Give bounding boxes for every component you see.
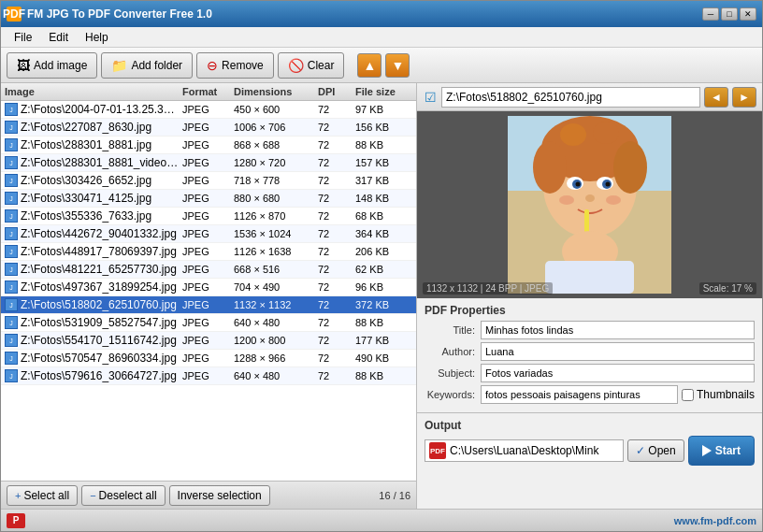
table-row[interactable]: J Z:\Fotos\481221_65257730.jpg JPEG 668 … <box>1 261 416 279</box>
thumbnails-label[interactable]: Thumbnails <box>682 388 755 401</box>
table-row[interactable]: J Z:\Fotos\497367_31899254.jpg JPEG 704 … <box>1 279 416 296</box>
right-panel: ☑ Z:\Fotos\518802_62510760.jpg ◄ ► <box>417 83 762 509</box>
table-row[interactable]: J Z:\Fotos\579616_30664727.jpg JPEG 640 … <box>1 367 416 385</box>
output-title: Output <box>425 419 755 432</box>
file-name: Z:\Fotos\227087_8630.jpg <box>21 121 151 134</box>
menu-help[interactable]: Help <box>78 29 116 46</box>
file-dims: 1288 × 966 <box>232 352 316 364</box>
svg-point-18 <box>559 195 574 205</box>
file-format: JPEG <box>180 228 232 239</box>
preview-info: 1132 x 1132 | 24 BPP | JPEG Scale: 17 % <box>423 282 756 295</box>
file-dims: 640 × 480 <box>232 370 316 381</box>
file-format: JPEG <box>180 352 232 364</box>
subject-input[interactable] <box>481 364 755 382</box>
next-image-button[interactable]: ► <box>732 87 756 108</box>
play-icon <box>702 445 712 456</box>
file-icon: J <box>5 369 18 382</box>
menu-edit[interactable]: Edit <box>41 29 76 46</box>
table-row[interactable]: J Z:\Fotos\570547_86960334.jpg JPEG 1288… <box>1 350 416 367</box>
file-size: 177 KB <box>353 335 414 346</box>
col-format: Format <box>180 86 232 97</box>
file-icon: J <box>5 103 18 116</box>
table-row[interactable]: J Z:\Fotos\303426_6652.jpg JPEG 718 × 77… <box>1 172 416 190</box>
move-up-button[interactable]: ▲ <box>357 53 382 78</box>
preview-path: Z:\Fotos\518802_62510760.jpg <box>441 87 700 108</box>
title-input[interactable] <box>481 321 755 339</box>
clear-button[interactable]: 🚫 Clear <box>278 52 345 79</box>
open-check-icon: ✓ <box>636 444 645 457</box>
file-name: Z:\Fotos\518802_62510760.jpg <box>21 298 177 311</box>
list-header: Image Format Dimensions DPI File size <box>1 83 416 101</box>
open-button[interactable]: ✓ Open <box>627 439 684 462</box>
svg-point-13 <box>606 182 611 187</box>
table-row[interactable]: J Z:\Fotos\330471_4125.jpg JPEG 880 × 68… <box>1 190 416 208</box>
preview-area: 1132 x 1132 | 24 BPP | JPEG Scale: 17 % <box>417 111 762 298</box>
author-row: Author: <box>425 342 755 361</box>
table-row[interactable]: J Z:\Fotos\355336_7633.jpg JPEG 1126 × 8… <box>1 208 416 225</box>
file-format: JPEG <box>180 335 232 346</box>
start-button[interactable]: Start <box>688 436 755 466</box>
add-folder-button[interactable]: 📁 Add folder <box>101 52 193 79</box>
remove-button[interactable]: ⊖ Remove <box>196 52 274 79</box>
file-dims: 704 × 490 <box>232 281 316 293</box>
file-dpi: 72 <box>316 264 353 275</box>
statusbar: P www.fm-pdf.com <box>1 509 762 531</box>
thumbnails-checkbox[interactable] <box>682 389 694 401</box>
close-button[interactable]: ✕ <box>740 7 756 21</box>
file-format: JPEG <box>180 157 232 168</box>
table-row[interactable]: J Z:\Fotos\288301_8881_videopl... JPEG 1… <box>1 154 416 172</box>
file-dims: 1536 × 1024 <box>232 228 316 239</box>
keywords-row: Keywords: Thumbnails <box>425 385 755 404</box>
maximize-button[interactable]: □ <box>721 7 738 21</box>
file-size: 364 KB <box>353 228 414 239</box>
file-format: JPEG <box>180 246 232 257</box>
select-all-button[interactable]: + Select all <box>7 485 78 506</box>
author-input[interactable] <box>481 342 755 361</box>
file-name: Z:\Fotos\497367_31899254.jpg <box>21 280 177 294</box>
file-name: Z:\Fotos\554170_15116742.jpg <box>21 334 177 347</box>
pdf-properties: PDF Properties Title: Author: Subject: K… <box>417 298 762 413</box>
table-row[interactable]: J Z:\Fotos\288301_8881.jpg JPEG 868 × 68… <box>1 137 416 154</box>
file-format: JPEG <box>180 104 232 115</box>
file-format: JPEG <box>180 370 232 381</box>
file-size: 372 KB <box>353 299 414 310</box>
file-name: Z:\Fotos\481221_65257730.jpg <box>21 263 177 276</box>
file-format: JPEG <box>180 317 232 328</box>
file-dims: 1126 × 1638 <box>232 246 316 257</box>
svg-point-4 <box>533 141 567 194</box>
prev-image-button[interactable]: ◄ <box>704 87 728 108</box>
table-row[interactable]: J Z:\Fotos\448917_78069397.jpg JPEG 1126… <box>1 243 416 261</box>
deselect-all-button[interactable]: − Deselect all <box>81 485 165 506</box>
file-dpi: 72 <box>316 157 353 168</box>
file-dpi: 72 <box>316 317 353 328</box>
file-dpi: 72 <box>316 122 353 133</box>
pdf-properties-title: PDF Properties <box>425 304 755 317</box>
add-image-button[interactable]: 🖼 Add image <box>7 52 97 79</box>
file-name: Z:\Fotos\570547_86960334.jpg <box>21 352 177 365</box>
title-label: Title: <box>425 324 481 336</box>
list-footer: + Select all − Deselect all Inverse sele… <box>1 481 416 509</box>
file-icon: J <box>5 245 18 258</box>
keywords-input[interactable] <box>481 385 678 404</box>
col-filesize: File size <box>353 86 414 97</box>
move-down-button[interactable]: ▼ <box>385 53 410 78</box>
table-row[interactable]: J Z:\Fotos\2004-07-01-13.25.35.jpg JPEG … <box>1 101 416 119</box>
output-section: Output PDF C:\Users\Luana\Desktop\Mink ✓… <box>417 413 762 509</box>
table-row[interactable]: J Z:\Fotos\531909_58527547.jpg JPEG 640 … <box>1 314 416 332</box>
table-row[interactable]: J Z:\Fotos\227087_8630.jpg JPEG 1006 × 7… <box>1 119 416 137</box>
file-size: 206 KB <box>353 246 414 257</box>
svg-point-6 <box>560 123 586 146</box>
file-dpi: 72 <box>316 335 353 346</box>
table-row[interactable]: J Z:\Fotos\554170_15116742.jpg JPEG 1200… <box>1 332 416 350</box>
minimize-button[interactable]: ─ <box>702 7 719 21</box>
app-icon: PDF <box>7 7 22 22</box>
output-row: PDF C:\Users\Luana\Desktop\Mink ✓ Open S… <box>425 436 755 466</box>
inverse-selection-button[interactable]: Inverse selection <box>169 485 270 506</box>
file-icon: J <box>5 263 18 276</box>
menu-file[interactable]: File <box>7 29 39 46</box>
table-row[interactable]: J Z:\Fotos\442672_90401332.jpg JPEG 1536… <box>1 225 416 243</box>
table-row[interactable]: J Z:\Fotos\518802_62510760.jpg JPEG 1132… <box>1 296 416 314</box>
preview-image <box>508 116 671 294</box>
add-image-icon: 🖼 <box>17 58 30 73</box>
file-size: 88 KB <box>353 139 414 151</box>
